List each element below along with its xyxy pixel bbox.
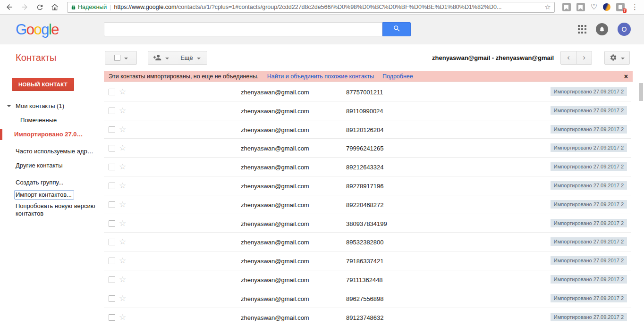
back-icon[interactable]	[5, 2, 14, 12]
chevron-down-icon	[197, 58, 201, 61]
next-page-button[interactable]: ›	[576, 51, 592, 65]
contact-row[interactable]: ☆ zhenyaswan@gmail.com 79186337421 Импор…	[104, 251, 631, 270]
bookmark-star-icon[interactable]: ☆	[544, 3, 551, 11]
sidebar-item-import-contacts[interactable]: Импорт контактов...	[0, 190, 104, 200]
expand-triangle-icon[interactable]	[7, 105, 11, 109]
contact-row[interactable]: ☆ zhenyaswan@gmail.com 89278917196 Импор…	[104, 176, 631, 195]
select-all-button[interactable]	[105, 51, 137, 65]
address-bar[interactable]: Надежный | https://www.google.com/contac…	[67, 2, 555, 13]
row-checkbox[interactable]	[109, 295, 115, 302]
chevron-right-icon: ›	[583, 53, 585, 62]
contact-email: zhenyaswan@gmail.com	[241, 89, 309, 96]
contact-row[interactable]: ☆ zhenyaswan@gmail.com 87757001211 Импор…	[104, 83, 631, 101]
sidebar-item-imported[interactable]: Импортировано 27.0…	[0, 127, 104, 142]
star-icon[interactable]: ☆	[119, 275, 126, 284]
notifications-bell-icon[interactable]	[596, 23, 608, 35]
prev-page-button[interactable]: ‹	[560, 51, 576, 65]
contact-row[interactable]: ☆ zhenyaswan@gmail.com 89627556898 Импор…	[104, 289, 631, 308]
browser-menu-icon[interactable]: ⋮	[630, 3, 639, 11]
star-icon[interactable]: ☆	[119, 143, 126, 153]
sidebar-item-new-group[interactable]: Создать группу...	[0, 176, 104, 190]
settings-button[interactable]	[604, 51, 630, 65]
row-checkbox[interactable]	[109, 183, 115, 189]
star-icon[interactable]: ☆	[119, 237, 126, 247]
apps-grid-icon[interactable]	[578, 25, 586, 33]
row-checkbox[interactable]	[109, 276, 115, 283]
browser-toolbar: Надежный | https://www.google.com/contac…	[0, 0, 644, 15]
extension-color-icon[interactable]	[603, 3, 610, 11]
contact-phone: 89532382800	[346, 239, 384, 246]
sidebar-item-my-contacts[interactable]: Мои контакты (1)	[0, 99, 104, 113]
sidebar-item-try-new-version[interactable]: Попробовать новую версию контактов	[0, 202, 97, 217]
sidebar-item-starred[interactable]: Помеченные	[0, 113, 104, 127]
scrollbar-thumb[interactable]	[639, 83, 643, 101]
star-icon[interactable]: ☆	[119, 312, 126, 322]
row-checkbox[interactable]	[109, 314, 115, 321]
star-icon[interactable]: ☆	[119, 181, 126, 191]
star-icon[interactable]: ☆	[119, 218, 126, 228]
forward-icon[interactable]	[20, 2, 29, 12]
row-checkbox[interactable]	[109, 239, 115, 245]
row-checkbox[interactable]	[109, 89, 115, 95]
contact-phone: 79996241265	[346, 145, 384, 152]
row-checkbox[interactable]	[109, 258, 115, 264]
contact-row[interactable]: ☆ zhenyaswan@gmail.com 89212643324 Импор…	[104, 158, 631, 176]
star-icon[interactable]: ☆	[119, 125, 126, 134]
merge-contacts-link[interactable]: Найти и объединить похожие контакты	[267, 73, 374, 80]
new-contact-button[interactable]: НОВЫЙ КОНТАКТ	[12, 78, 74, 91]
contact-email: zhenyaswan@gmail.com	[241, 126, 309, 134]
header-right-icons: O	[578, 15, 644, 44]
contacts-main: Эти контакты импортированы, но еще не об…	[104, 71, 644, 326]
home-icon[interactable]	[50, 2, 59, 12]
google-logo[interactable]: Google	[16, 21, 59, 38]
contact-phone: 380937834199	[346, 220, 387, 227]
contact-row[interactable]: ☆ zhenyaswan@gmail.com 89123748632 Импор…	[104, 308, 631, 326]
row-checkbox[interactable]	[109, 126, 115, 133]
contact-row[interactable]: ☆ zhenyaswan@gmail.com 89120126204 Импор…	[104, 120, 631, 139]
sidebar-item-frequent[interactable]: Часто используемые адр…	[0, 144, 104, 159]
contact-row[interactable]: ☆ zhenyaswan@gmail.com 79111362448 Импор…	[104, 270, 631, 289]
contact-row[interactable]: ☆ zhenyaswan@gmail.com 89220468272 Импор…	[104, 195, 631, 214]
contact-phone: 87757001211	[346, 89, 383, 96]
secure-lock-icon[interactable]: Надежный	[71, 4, 107, 10]
contact-row[interactable]: ☆ zhenyaswan@gmail.com 380937834199 Импо…	[104, 214, 631, 233]
contact-email: zhenyaswan@gmail.com	[241, 145, 309, 152]
import-badge: Импортировано 27.09.2017 2	[551, 275, 627, 284]
row-checkbox[interactable]	[109, 220, 115, 227]
add-to-group-button[interactable]	[148, 51, 174, 65]
star-icon[interactable]: ☆	[119, 200, 126, 209]
star-icon[interactable]: ☆	[119, 87, 126, 97]
contact-phone: 89220468272	[346, 201, 384, 209]
row-checkbox[interactable]	[109, 145, 115, 151]
extension-bookmark-icon[interactable]	[562, 3, 571, 11]
contact-email: zhenyaswan@gmail.com	[241, 276, 309, 284]
learn-more-link[interactable]: Подробнее	[382, 73, 413, 80]
contact-row[interactable]: ☆ zhenyaswan@gmail.com 79996241265 Импор…	[104, 139, 631, 158]
favorites-heart-icon[interactable]: ♡	[591, 3, 597, 11]
search-button[interactable]	[382, 22, 411, 36]
contact-row[interactable]: ☆ zhenyaswan@gmail.com 89110990024 Импор…	[104, 101, 631, 120]
extension-notifier-icon[interactable]: 7	[616, 3, 625, 11]
star-icon[interactable]: ☆	[119, 256, 126, 266]
page-url[interactable]: https://www.google.com/contacts/u/1/?cpl…	[114, 4, 542, 10]
sidebar-item-other-contacts[interactable]: Другие контакты	[0, 159, 104, 173]
contact-row[interactable]: ☆ zhenyaswan@gmail.com 89532382800 Импор…	[104, 233, 631, 251]
account-avatar[interactable]: O	[618, 23, 631, 36]
reload-icon[interactable]	[35, 2, 44, 12]
contact-phone: 89627556898	[346, 295, 384, 302]
star-icon[interactable]: ☆	[119, 162, 126, 172]
contact-phone: 89110990024	[346, 108, 383, 115]
row-checkbox[interactable]	[109, 164, 115, 170]
star-icon[interactable]: ☆	[119, 106, 126, 116]
contact-phone: 79186337421	[346, 258, 384, 265]
row-checkbox[interactable]	[109, 201, 115, 208]
extension-bookmark2-icon[interactable]	[576, 3, 585, 11]
import-badge: Импортировано 27.09.2017 2	[551, 219, 627, 227]
row-checkbox[interactable]	[109, 108, 115, 114]
more-actions-button[interactable]: Ещё	[174, 51, 207, 65]
star-icon[interactable]: ☆	[119, 293, 126, 303]
import-badge: Импортировано 27.09.2017 2	[551, 125, 627, 134]
search-input[interactable]	[104, 22, 382, 36]
close-icon[interactable]: ×	[624, 73, 628, 80]
import-badge: Импортировано 27.09.2017 2	[551, 162, 627, 171]
